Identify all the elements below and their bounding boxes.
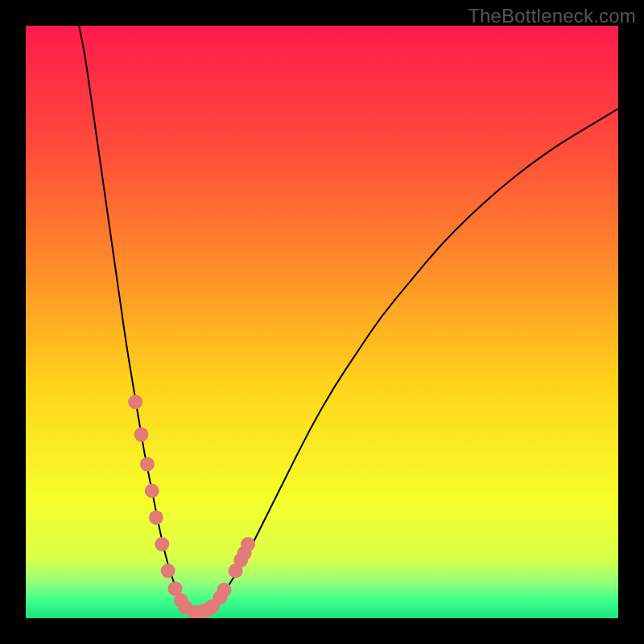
curve-path [79, 26, 618, 612]
marker-dot [128, 394, 142, 409]
watermark-text: TheBottleneck.com [468, 5, 636, 27]
chart-frame: TheBottleneck.com [0, 0, 644, 644]
marker-dot [241, 537, 255, 551]
plot-area [26, 26, 618, 618]
highlight-markers [128, 394, 255, 618]
marker-dot [155, 537, 169, 551]
marker-dot [161, 564, 175, 578]
marker-dot [140, 457, 155, 472]
marker-dot [149, 510, 163, 525]
marker-dot [217, 583, 232, 597]
marker-dot [134, 427, 149, 442]
plot-overlay [26, 26, 618, 618]
bottleneck-curve [79, 26, 618, 612]
marker-dot [145, 484, 159, 498]
